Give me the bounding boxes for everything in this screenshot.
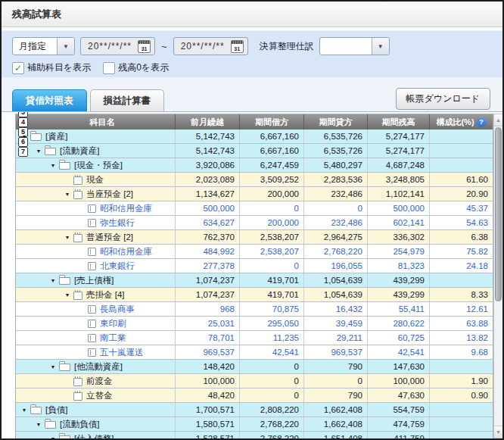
account-cell: 南工業 (16, 331, 175, 345)
tab-balance-sheet[interactable]: 貸借対照表 (12, 89, 87, 111)
content-area: 貸借対照表 損益計算書 帳票ダウンロード 1234567 科目名 前月繰越 期間… (2, 77, 502, 438)
account-name[interactable]: 普通預金 [2] (86, 232, 133, 243)
account-name[interactable]: 前渡金 (86, 376, 113, 387)
report-download-button[interactable]: 帳票ダウンロード (396, 88, 490, 110)
account-name[interactable]: [流動負債] (60, 419, 99, 430)
account-name[interactable]: 立替金 (86, 390, 113, 401)
table-row[interactable]: ▼ 当座預金 [2] 1,134,627 200,000 232,486 1,1… (16, 187, 493, 201)
table-row[interactable]: ▼ [仕入債務] 1,528,571 2,768,220 1,651,408 4… (16, 432, 493, 438)
account-cell: ▼ [他流動資産] (16, 360, 175, 373)
date-from-field[interactable]: 20**/**/** 31 (80, 37, 155, 55)
folder-icon (59, 162, 70, 170)
account-name[interactable]: 北東銀行 (100, 261, 135, 272)
collapse-arrow-icon[interactable]: ▼ (49, 278, 57, 283)
period-debit-value: 2,808,220 (239, 403, 303, 417)
account-name[interactable]: [仕入債務] (74, 433, 114, 439)
composition-value: 54.63 (429, 216, 493, 229)
calendar-icon[interactable]: 31 (231, 40, 244, 53)
account-cell: 昭和信用金庫 (16, 245, 175, 258)
account-name[interactable]: 長島商事 (100, 304, 135, 315)
period-balance-value: 500,000 (367, 201, 429, 215)
table-row[interactable]: 長島商事 968 70,875 16,432 55,411 12.61 (16, 302, 493, 317)
account-name[interactable]: 当座預金 [2] (86, 189, 133, 200)
level-3-button[interactable]: 3 (18, 111, 28, 117)
table-row[interactable]: ▼ [他流動資産] 148,420 0 790 147,630 (16, 360, 493, 374)
table-row[interactable]: 昭和信用金庫 484,992 2,538,207 2,768,220 254,9… (16, 245, 493, 259)
table-row[interactable]: 立替金 48,420 0 790 47,630 0.90 (16, 389, 493, 403)
period-credit-value: 16,432 (303, 302, 367, 316)
account-cell: ▼ [流動負債] (16, 417, 175, 431)
table-row[interactable]: 前渡金 100,000 0 0 100,000 1.90 (16, 374, 493, 389)
table-row[interactable]: ▼ [流動資産] 5,142,743 6,667,160 6,535,726 5… (16, 144, 493, 158)
collapse-arrow-icon[interactable]: ▼ (35, 422, 42, 427)
collapse-arrow-icon[interactable]: ▼ (49, 163, 57, 168)
folder-icon (59, 277, 70, 285)
table-row[interactable]: ▼ [売上債権] 1,074,237 419,701 1,054,639 439… (16, 273, 493, 288)
table-row[interactable]: 現金 2,023,089 3,509,252 2,283,536 3,248,8… (16, 173, 493, 187)
collapse-arrow-icon[interactable]: ▼ (49, 436, 57, 439)
account-cell: 立替金 (16, 389, 175, 402)
chevron-down-icon[interactable]: ▼ (372, 38, 389, 55)
table-row[interactable]: 北東銀行 277,378 0 196,055 81,323 24.18 (16, 259, 493, 273)
checked-checkbox[interactable]: ✓ (12, 62, 24, 74)
account-name[interactable]: 現金 (86, 174, 104, 186)
vertical-scrollbar[interactable]: ▲ ▼ (493, 114, 502, 438)
scrollbar-thumb[interactable] (495, 127, 502, 301)
date-to-field[interactable]: 20**/**/** 31 (173, 37, 248, 55)
calendar-icon[interactable]: 31 (138, 40, 151, 53)
period-debit-value: 0 (239, 389, 303, 402)
scroll-down-icon[interactable]: ▼ (494, 426, 502, 438)
table-row[interactable]: ▼ [負債] 1,700,571 2,808,220 1,662,408 554… (16, 403, 493, 417)
table-row[interactable]: 昭和信用金庫 500,000 0 0 500,000 45.37 (16, 201, 493, 216)
table-row[interactable]: 南工業 78,701 11,235 29,211 60,725 13.82 (16, 331, 493, 345)
table-row[interactable]: 五十嵐運送 969,537 42,541 969,537 42,541 9.68 (16, 345, 493, 360)
composition-header-label: 構成比(%) (436, 117, 474, 128)
account-name[interactable]: 昭和信用金庫 (100, 203, 152, 214)
account-name[interactable]: [資産] (45, 131, 67, 142)
table-row[interactable]: ▼ 普通預金 [2] 762,370 2,538,207 2,964,275 3… (16, 230, 493, 245)
collapse-arrow-icon[interactable]: ▼ (20, 134, 28, 139)
collapse-arrow-icon[interactable]: ▼ (20, 407, 28, 413)
table-row[interactable]: ▼ 売掛金 [4] 1,074,237 419,701 1,054,639 43… (16, 288, 493, 302)
scroll-up-icon[interactable]: ▲ (494, 114, 502, 126)
table-row[interactable]: ▼ [現金・預金] 3,920,086 6,247,459 5,480,297 … (16, 158, 493, 173)
level-4-button[interactable]: 4 (18, 117, 28, 127)
period-debit-value: 6,667,160 (239, 130, 303, 143)
collapse-arrow-icon[interactable]: ▼ (64, 192, 71, 197)
composition-value (429, 360, 493, 373)
unchecked-checkbox[interactable] (103, 62, 115, 74)
help-icon[interactable]: ? (477, 117, 487, 127)
table-row[interactable]: ▼ [流動負債] 1,580,571 2,768,220 1,662,408 4… (16, 417, 493, 432)
period-balance-value: 474,759 (367, 417, 429, 431)
date-from-value: 20**/**/** (88, 41, 132, 51)
period-type-select[interactable]: 月指定 ▼ (12, 37, 75, 55)
account-name[interactable]: 東印刷 (100, 318, 126, 329)
show-zero-balance-option[interactable]: 残高0を表示 (103, 61, 169, 74)
collapse-arrow-icon[interactable]: ▼ (64, 235, 71, 240)
prev-month-value: 5,142,743 (175, 144, 239, 158)
account-name[interactable]: [売上債権] (74, 275, 114, 286)
account-name[interactable]: [他流動資産] (74, 361, 123, 373)
collapse-arrow-icon[interactable]: ▼ (49, 364, 57, 370)
collapse-arrow-icon[interactable]: ▼ (35, 148, 42, 154)
prev-month-value: 3,920,086 (175, 158, 239, 172)
account-name[interactable]: 五十嵐運送 (100, 347, 144, 358)
adjustment-entries-select[interactable]: ▼ (319, 37, 390, 55)
account-name[interactable]: [負債] (45, 404, 67, 416)
filter-row-checkboxes: ✓ 補助科目を表示 残高0を表示 (12, 61, 492, 74)
table-row[interactable]: 弥生銀行 634,627 200,000 232,486 602,141 54.… (16, 216, 493, 230)
account-name[interactable]: [流動資産] (60, 145, 99, 157)
collapse-arrow-icon[interactable]: ▼ (64, 292, 71, 298)
table-row[interactable]: ▼ [資産] 5,142,743 6,667,160 6,535,726 5,2… (16, 130, 493, 144)
account-name[interactable]: 南工業 (100, 332, 126, 344)
table-row[interactable]: 東印刷 25,031 295,050 39,459 280,622 63.88 (16, 317, 493, 331)
tab-income-statement[interactable]: 損益計算書 (90, 89, 165, 111)
period-debit-value: 200,000 (239, 216, 303, 229)
show-sub-accounts-option[interactable]: ✓ 補助科目を表示 (12, 61, 91, 74)
account-name[interactable]: 売掛金 [4] (86, 289, 124, 301)
account-name[interactable]: [現金・預金] (74, 160, 123, 171)
composition-value (429, 273, 493, 287)
account-name[interactable]: 弥生銀行 (100, 217, 135, 229)
chevron-down-icon[interactable]: ▼ (57, 38, 74, 55)
account-name[interactable]: 昭和信用金庫 (100, 246, 152, 257)
